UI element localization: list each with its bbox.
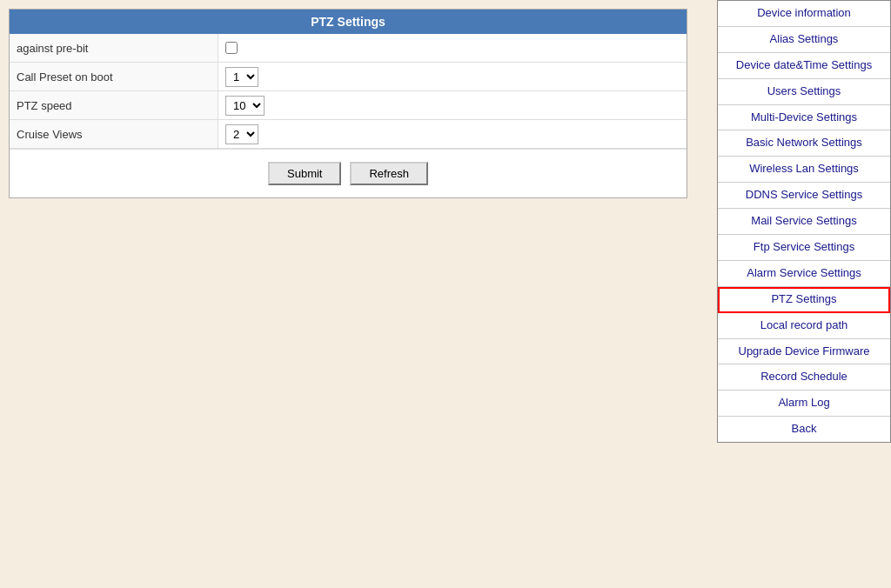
table-row: against pre-bit bbox=[10, 34, 687, 63]
sidebar-item-multi-device[interactable]: Multi-Device Settings bbox=[718, 105, 890, 131]
sidebar-item-upgrade-firmware[interactable]: Upgrade Device Firmware bbox=[718, 339, 890, 365]
ptz-title: PTZ Settings bbox=[10, 10, 687, 34]
cruise-views-label: Cruise Views bbox=[10, 120, 218, 148]
table-row: PTZ speed 1 5 10 15 20 bbox=[10, 91, 687, 120]
sidebar: Device information Alias Settings Device… bbox=[717, 0, 891, 443]
refresh-button[interactable]: Refresh bbox=[350, 162, 428, 185]
sidebar-item-ftp-service[interactable]: Ftp Service Settings bbox=[718, 235, 890, 261]
sidebar-item-users-settings[interactable]: Users Settings bbox=[718, 79, 890, 105]
sidebar-item-alarm-service[interactable]: Alarm Service Settings bbox=[718, 261, 890, 287]
sidebar-item-ptz-settings[interactable]: PTZ Settings bbox=[718, 287, 890, 313]
submit-button[interactable]: Submit bbox=[268, 162, 341, 185]
ptz-speed-select[interactable]: 1 5 10 15 20 bbox=[225, 96, 265, 116]
sidebar-item-device-date-time[interactable]: Device date&Time Settings bbox=[718, 53, 890, 79]
sidebar-item-alias-settings[interactable]: Alias Settings bbox=[718, 27, 890, 53]
ptz-actions: Submit Refresh bbox=[10, 149, 687, 197]
cruise-views-select[interactable]: 1 2 3 4 bbox=[225, 124, 258, 144]
call-preset-label: Call Preset on boot bbox=[10, 63, 218, 90]
ptz-speed-value: 1 5 10 15 20 bbox=[218, 92, 271, 119]
against-prebit-label: against pre-bit bbox=[10, 34, 218, 62]
against-prebit-value bbox=[218, 38, 245, 57]
sidebar-item-device-information[interactable]: Device information bbox=[718, 1, 890, 27]
against-prebit-checkbox[interactable] bbox=[225, 42, 238, 54]
sidebar-item-wireless-lan[interactable]: Wireless Lan Settings bbox=[718, 157, 890, 183]
table-row: Cruise Views 1 2 3 4 bbox=[10, 120, 687, 149]
sidebar-item-record-schedule[interactable]: Record Schedule bbox=[718, 364, 890, 391]
sidebar-item-ddns[interactable]: DDNS Service Settings bbox=[718, 183, 890, 209]
ptz-panel: PTZ Settings against pre-bit Call Preset… bbox=[9, 9, 687, 198]
call-preset-value: 1 2 3 4 5 bbox=[218, 63, 265, 90]
sidebar-item-local-record-path[interactable]: Local record path bbox=[718, 313, 890, 339]
sidebar-item-mail-service[interactable]: Mail Service Settings bbox=[718, 209, 890, 235]
sidebar-item-alarm-log[interactable]: Alarm Log bbox=[718, 391, 890, 417]
ptz-speed-label: PTZ speed bbox=[10, 91, 218, 119]
sidebar-item-back[interactable]: Back bbox=[718, 417, 890, 442]
cruise-views-value: 1 2 3 4 bbox=[218, 121, 265, 148]
table-row: Call Preset on boot 1 2 3 4 5 bbox=[10, 63, 687, 91]
call-preset-select[interactable]: 1 2 3 4 5 bbox=[225, 67, 258, 87]
sidebar-item-basic-network[interactable]: Basic Network Settings bbox=[718, 130, 890, 157]
